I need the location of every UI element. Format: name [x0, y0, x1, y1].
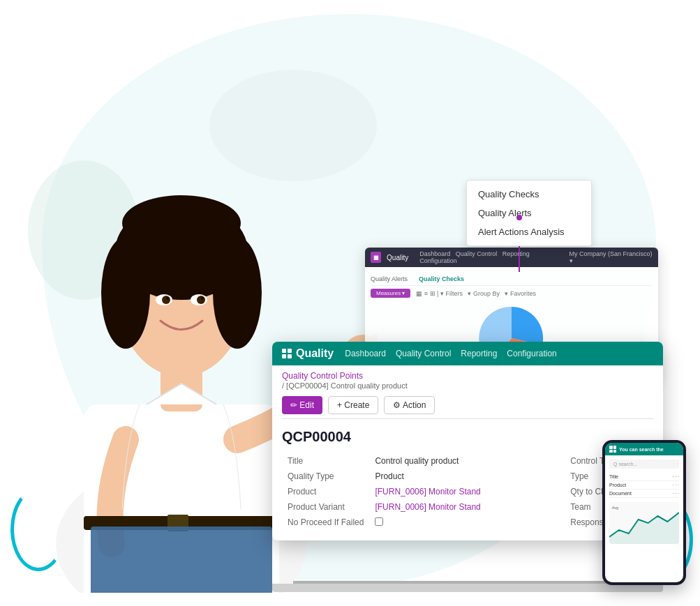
phone-list-label-product: Product [609, 483, 626, 487]
phone-list-doc-value: · · · [672, 491, 679, 496]
toolbar: ✏ Edit + Create ⚙ Action [272, 392, 663, 418]
small-breadcrumb: Quality Alerts Quality Checks [371, 273, 653, 286]
nav-logo: Quality [282, 347, 334, 360]
form-row-no-proceed: No Proceed If Failed Responsible [282, 515, 653, 531]
form-row-title: Title Control quality product Control Ty… [282, 453, 653, 469]
phone-list-document: Document · · · [609, 490, 679, 498]
grid-dot-4 [288, 354, 292, 358]
nav-reporting[interactable]: Reporting [461, 349, 497, 358]
grid-dot-3 [282, 354, 286, 358]
phone-grid-dot-2 [613, 446, 617, 449]
form-table: Title Control quality product Control Ty… [282, 453, 653, 531]
phone-list-product: Product · · · [609, 481, 679, 490]
dropdown-menu: Quality Checks Quality Alerts Alert Acti… [466, 180, 592, 246]
small-nav-title: Quality [387, 254, 408, 262]
small-nav-links: Dashboard Quality Control Reporting Conf… [419, 250, 563, 264]
connector-dot [516, 215, 522, 220]
breadcrumb-main[interactable]: Quality Control Points [282, 371, 363, 381]
dropdown-item-quality-checks[interactable]: Quality Checks [467, 185, 591, 204]
phone-grid-icon [609, 446, 616, 453]
phone-list-label-title: Title [609, 474, 618, 479]
small-filters: ▦ ≡ ⊞ | ▾ Filters ▾ Group By ▾ Favorites [416, 290, 536, 297]
phone-list-dots: · · · [672, 474, 679, 479]
grid-dot-2 [288, 349, 292, 353]
form-row-quality-type: Quality Type Product Type [282, 469, 653, 484]
label-product: Product [282, 484, 369, 499]
nav-quality-control[interactable]: Quality Control [396, 349, 451, 358]
breadcrumb: Quality Control Points / [QCP00004] Cont… [272, 365, 663, 392]
small-bc-checks: Quality Checks [419, 275, 464, 282]
value-title: Control quality product [369, 453, 565, 469]
phone-header: You can search the [605, 443, 683, 455]
phone-search[interactable]: Q search... [609, 460, 679, 469]
breadcrumb-sub: / [QCP00004] Control quality product [282, 381, 408, 390]
phone-grid-dot-4 [613, 450, 617, 453]
phone-device: You can search the Q search... Title · ·… [602, 440, 686, 585]
svg-point-0 [209, 70, 377, 181]
phone-grid-dot [609, 446, 613, 449]
value-product[interactable]: [FURN_0006] Monitor Stand [369, 484, 565, 499]
small-bc-alerts: Quality Alerts [371, 275, 408, 282]
label-no-proceed: No Proceed If Failed [282, 515, 369, 531]
svg-point-7 [101, 237, 150, 349]
nav-configuration[interactable]: Configuration [507, 349, 556, 358]
svg-rect-19 [91, 527, 272, 593]
svg-text:Avg: Avg [612, 506, 618, 510]
edit-button[interactable]: ✏ Edit [282, 396, 322, 414]
label-title: Title [282, 453, 369, 469]
small-nav-logo: ▦ [371, 252, 381, 263]
svg-point-14 [166, 297, 169, 300]
svg-point-13 [197, 296, 205, 304]
phone-grid-dot-3 [609, 450, 613, 453]
small-nav: ▦ Quality Dashboard Quality Control Repo… [365, 248, 658, 267]
phone-screen: You can search the Q search... Title · ·… [605, 443, 683, 582]
dropdown-item-quality-alerts[interactable]: Quality Alerts [467, 204, 591, 222]
grid-dot-1 [282, 349, 286, 353]
form-row-product: Product [FURN_0006] Monitor Stand Qty to… [282, 484, 653, 499]
label-quality-type: Quality Type [282, 469, 369, 484]
phone-chart: Avg [609, 502, 679, 544]
dropdown-item-alert-actions[interactable]: Alert Actions Analysis [467, 222, 591, 241]
form-row-product-variant: Product Variant [FURN_0006] Monitor Stan… [282, 499, 653, 515]
grid-icon [282, 349, 292, 358]
value-no-proceed [369, 515, 565, 531]
action-button[interactable]: ⚙ Action [384, 396, 435, 414]
small-nav-right: My Company (San Francisco) ▾ [569, 250, 653, 264]
value-product-variant[interactable]: [FURN_0006] Monitor Stand [369, 499, 565, 515]
phone-content: Q search... Title · · · Product · · · Do… [605, 455, 683, 548]
phone-list-title: Title · · · [609, 473, 679, 481]
phone-header-text: You can search the [619, 447, 664, 452]
small-measure-btn[interactable]: Measures ▾ [371, 289, 410, 298]
phone-list-label-doc: Document [609, 491, 632, 496]
nav-dashboard[interactable]: Dashboard [345, 349, 386, 358]
form-id: QCP00004 [282, 429, 653, 445]
create-button[interactable]: + Create [328, 396, 378, 414]
nav-app-name: Quality [296, 347, 334, 360]
small-toolbar: Measures ▾ ▦ ≡ ⊞ | ▾ Filters ▾ Group By … [371, 286, 653, 301]
nav-links: Dashboard Quality Control Reporting Conf… [345, 349, 653, 358]
value-quality-type: Product [369, 469, 565, 484]
label-product-variant: Product Variant [282, 499, 369, 515]
phone-list-value: · · · [672, 483, 679, 487]
svg-point-9 [122, 195, 241, 251]
svg-point-15 [201, 297, 204, 300]
svg-point-12 [162, 296, 170, 304]
svg-point-8 [213, 237, 262, 349]
laptop-base [272, 584, 663, 592]
no-proceed-checkbox[interactable] [375, 517, 383, 526]
laptop-nav-bar: Quality Dashboard Quality Control Report… [272, 342, 663, 365]
